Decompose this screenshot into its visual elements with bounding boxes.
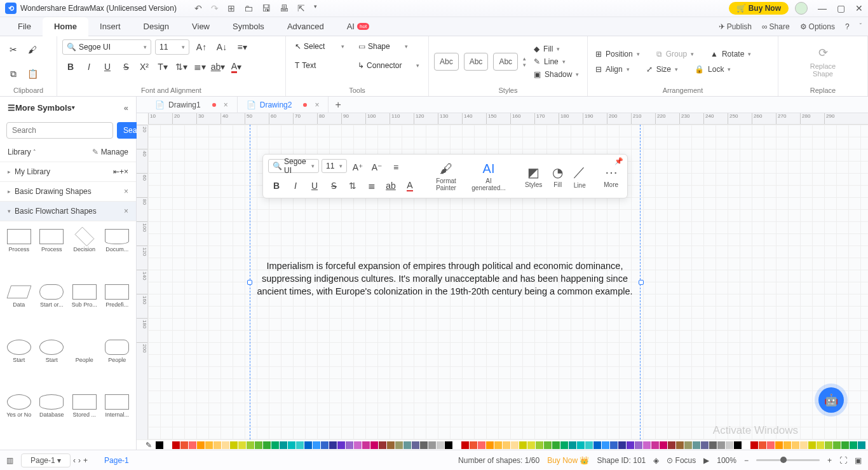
share-link[interactable]: ∞ Share — [762, 22, 790, 31]
font-size-combo[interactable]: 11▾ — [155, 39, 189, 55]
underline-icon[interactable]: U — [99, 59, 116, 75]
cat-my-library[interactable]: ▸My Library⇤+× — [0, 162, 136, 182]
page-tab-1[interactable]: Page-1 — [95, 454, 138, 467]
zoom-slider[interactable] — [756, 459, 820, 461]
color-swatch[interactable] — [800, 441, 808, 449]
fit-page-icon[interactable]: ⛶ — [839, 456, 847, 465]
align-button[interactable]: ⊟ Align▾ — [593, 64, 632, 75]
color-swatch[interactable] — [569, 441, 576, 449]
color-swatch[interactable] — [717, 441, 725, 449]
color-swatch[interactable] — [238, 441, 246, 449]
font-family-combo[interactable]: 🔍Segoe UI▾ — [62, 39, 151, 55]
color-swatch[interactable] — [775, 441, 783, 449]
tab-design[interactable]: Design — [132, 17, 180, 36]
float-font-combo[interactable]: 🔍Segoe UI▾ — [268, 159, 319, 173]
float-line[interactable]: ／Line — [569, 162, 590, 190]
color-swatch[interactable] — [577, 441, 585, 449]
export-icon[interactable]: ⇱ — [297, 3, 305, 13]
color-swatch[interactable] — [189, 441, 196, 449]
shape-item[interactable]: Process — [37, 226, 67, 279]
redo-icon[interactable]: ↷ — [211, 3, 219, 13]
add-tab-button[interactable]: + — [329, 99, 347, 111]
tab-symbols[interactable]: Symbols — [221, 17, 276, 36]
float-numbered-icon[interactable]: ⇅ — [344, 177, 361, 194]
assistant-fab[interactable]: 🤖 — [818, 387, 844, 413]
color-swatch[interactable] — [833, 441, 841, 449]
eyedropper-icon[interactable]: ✎ — [146, 441, 152, 450]
color-swatch[interactable] — [527, 441, 535, 449]
color-swatch[interactable] — [197, 441, 205, 449]
color-swatch[interactable] — [230, 441, 238, 449]
color-swatch[interactable] — [271, 441, 279, 449]
canvas[interactable]: Imperialism is forceful expansion of emp… — [148, 125, 868, 439]
shape-item[interactable]: Yes or No — [4, 392, 34, 445]
font-color-icon[interactable]: A▾ — [228, 59, 245, 75]
float-underline-icon[interactable]: U — [306, 177, 323, 194]
open-icon[interactable]: 🗀 — [244, 3, 253, 13]
connector-tool[interactable]: ↳ Connector▾ — [354, 58, 423, 73]
line-button[interactable]: ✎ Line▾ — [531, 56, 581, 67]
close-tab-icon[interactable]: × — [315, 100, 319, 109]
collapse-panel-icon[interactable]: « — [124, 103, 128, 113]
shape-item[interactable]: Decision — [69, 226, 100, 279]
tab-advanced[interactable]: Advanced — [276, 17, 336, 36]
page-layout-icon[interactable]: ▥ — [6, 456, 13, 465]
decrease-font-icon[interactable]: A↓ — [214, 39, 230, 55]
color-swatch[interactable] — [627, 441, 634, 449]
presentation-icon[interactable]: ▶ — [703, 456, 709, 465]
color-swatch[interactable] — [362, 441, 370, 449]
color-swatch[interactable] — [263, 441, 271, 449]
format-painter-icon[interactable]: 🖌 — [24, 41, 41, 58]
shape-item[interactable]: Database — [37, 392, 67, 445]
color-swatch[interactable] — [255, 441, 262, 449]
page-selector[interactable]: Page-1 ▾ — [21, 453, 71, 467]
close-cat-icon[interactable]: × — [124, 207, 128, 216]
color-swatch[interactable] — [395, 441, 403, 449]
color-swatch[interactable] — [841, 441, 849, 449]
color-swatch[interactable] — [709, 441, 717, 449]
zoom-out-icon[interactable]: − — [744, 456, 749, 465]
shape-item[interactable]: Predefi... — [102, 282, 133, 335]
color-swatch[interactable] — [428, 441, 436, 449]
color-swatch[interactable] — [858, 441, 865, 449]
color-swatch[interactable] — [693, 441, 700, 449]
color-swatch[interactable] — [403, 441, 411, 449]
prev-page-icon[interactable]: ‹ — [73, 456, 76, 465]
shape-item[interactable]: Sub Pro... — [69, 282, 100, 335]
color-swatch[interactable] — [346, 441, 353, 449]
tab-insert[interactable]: Insert — [88, 17, 132, 36]
tab-ai[interactable]: AIhot — [336, 17, 381, 36]
next-page-icon[interactable]: › — [78, 456, 81, 465]
more-symbols-label[interactable]: More Symbols — [15, 103, 72, 113]
close-cat-icon[interactable]: × — [124, 187, 128, 196]
align-text-icon[interactable]: ≡▾ — [234, 39, 250, 55]
pin-icon[interactable]: 📌 — [614, 157, 623, 165]
color-swatch[interactable] — [676, 441, 684, 449]
fullscreen-icon[interactable]: ▣ — [855, 456, 862, 465]
color-swatch[interactable] — [329, 441, 337, 449]
new-icon[interactable]: ⊞ — [227, 3, 235, 13]
float-align-icon[interactable]: ≡ — [388, 159, 404, 176]
color-swatch[interactable] — [668, 441, 675, 449]
color-swatch[interactable] — [470, 441, 477, 449]
selection-handle-right[interactable] — [639, 280, 644, 285]
float-fill[interactable]: ◔Fill — [548, 163, 567, 190]
replace-shape-button[interactable]: Replace Shape — [810, 62, 836, 78]
lock-button[interactable]: 🔒 Lock▾ — [692, 64, 733, 75]
shape-item[interactable]: Stored ... — [69, 392, 100, 445]
color-swatch[interactable] — [412, 441, 419, 449]
layers-icon[interactable]: ◈ — [653, 456, 659, 465]
color-swatch[interactable] — [486, 441, 494, 449]
selection-handle-left[interactable] — [247, 280, 252, 285]
color-swatch[interactable] — [313, 441, 320, 449]
subscript-icon[interactable]: T▾ — [154, 59, 171, 75]
shape-item[interactable]: Start — [37, 337, 67, 390]
maximize-icon[interactable]: ▢ — [837, 3, 845, 13]
shape-item[interactable]: Docum... — [102, 226, 133, 279]
color-swatch[interactable] — [536, 441, 543, 449]
shadow-button[interactable]: ▣ Shadow▾ — [531, 69, 581, 80]
hamburger-icon[interactable]: ☰ — [8, 103, 15, 113]
color-swatch[interactable] — [156, 441, 163, 449]
import-icon[interactable]: ⇤ — [113, 167, 119, 176]
color-swatch[interactable] — [618, 441, 626, 449]
